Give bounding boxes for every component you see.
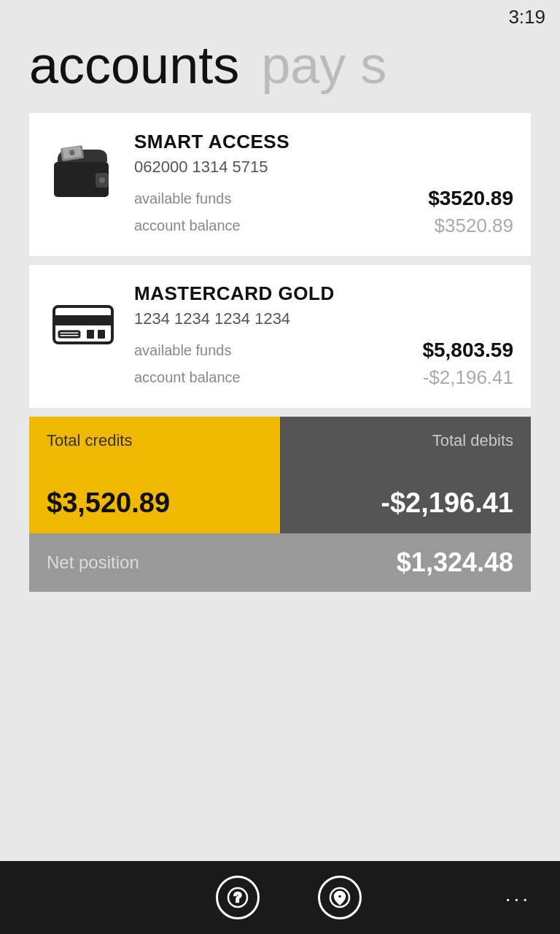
mastercard-balance-value: -$2,196.41: [423, 366, 513, 389]
account-card-smart-access[interactable]: $ SMART ACCESS 062000 1314 5715 availabl…: [29, 113, 531, 256]
summary-net-panel: Net position $1,324.48: [29, 533, 531, 592]
more-options-button[interactable]: ...: [505, 883, 531, 906]
svg-rect-11: [87, 330, 94, 339]
smart-access-available-row: available funds $3520.89: [134, 187, 513, 210]
svg-point-16: [338, 895, 342, 899]
mastercard-balance-row: account balance -$2,196.41: [134, 366, 513, 389]
credits-label: Total credits: [47, 431, 262, 450]
smart-access-details: SMART ACCESS 062000 1314 5715 available …: [134, 131, 513, 239]
debits-label: Total debits: [432, 431, 513, 450]
smart-access-available-value: $3520.89: [428, 187, 513, 210]
wallet-icon: $: [47, 136, 120, 209]
main-content: $ SMART ACCESS 062000 1314 5715 availabl…: [0, 106, 560, 861]
mastercard-details: MASTERCARD GOLD 1234 1234 1234 1234 avai…: [134, 282, 513, 390]
status-bar: 3:19: [0, 0, 560, 31]
location-pin-icon: [328, 886, 351, 909]
mastercard-name: MASTERCARD GOLD: [134, 282, 513, 305]
smart-access-balance-row: account balance $3520.89: [134, 215, 513, 237]
mastercard-available-row: available funds $5,803.59: [134, 339, 513, 362]
tab-pay[interactable]: pay s: [261, 39, 386, 91]
bottom-nav-icons: ?: [73, 876, 505, 919]
svg-text:?: ?: [234, 890, 242, 905]
location-button[interactable]: [318, 876, 362, 919]
mastercard-available-label: available funds: [134, 342, 231, 359]
net-label: Net position: [47, 552, 139, 573]
mastercard-available-value: $5,803.59: [422, 339, 513, 362]
smart-access-name: SMART ACCESS: [134, 131, 513, 153]
smart-access-balance-label: account balance: [134, 217, 241, 234]
debits-value: -$2,196.41: [381, 487, 513, 519]
smart-access-number: 062000 1314 5715: [134, 158, 513, 177]
credits-value: $3,520.89: [47, 487, 262, 519]
svg-rect-8: [54, 315, 112, 325]
mastercard-balance-label: account balance: [134, 369, 241, 386]
net-value: $1,324.48: [397, 547, 513, 578]
credit-card-icon: [47, 288, 120, 361]
help-icon: ?: [226, 886, 249, 909]
summary-section: Total credits $3,520.89 Total debits -$2…: [29, 417, 531, 592]
header-tabs: accounts pay s: [0, 31, 560, 106]
mastercard-number: 1234 1234 1234 1234: [134, 309, 513, 328]
smart-access-balance-value: $3520.89: [435, 215, 513, 237]
help-button[interactable]: ?: [216, 876, 260, 919]
summary-credits-panel: Total credits $3,520.89: [29, 417, 280, 533]
bottom-bar: ? ...: [0, 861, 560, 934]
svg-rect-12: [98, 330, 105, 339]
time-display: 3:19: [508, 6, 545, 28]
summary-top: Total credits $3,520.89 Total debits -$2…: [29, 417, 531, 533]
smart-access-available-label: available funds: [134, 190, 231, 207]
account-card-mastercard[interactable]: MASTERCARD GOLD 1234 1234 1234 1234 avai…: [29, 265, 531, 408]
svg-point-6: [99, 177, 105, 183]
tab-accounts[interactable]: accounts: [29, 39, 239, 91]
summary-debits-panel: Total debits -$2,196.41: [280, 417, 531, 533]
